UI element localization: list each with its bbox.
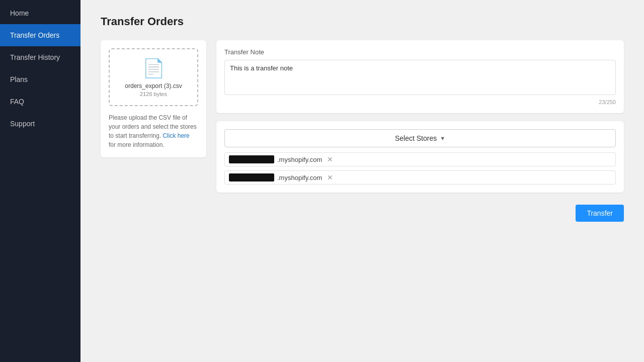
stores-card: Select Stores ▼ .myshopify.com ✕ .myshop… [216, 121, 624, 193]
sidebar-item-home-label: Home [10, 9, 29, 17]
right-panel: Transfer Note This is a transfer note 23… [216, 40, 624, 222]
store-domain: .myshopify.com [277, 156, 322, 163]
file-icon: 📄 [142, 59, 165, 77]
sidebar-item-transfer-history[interactable]: Transfer History [0, 46, 80, 68]
note-counter: 23/250 [224, 99, 616, 105]
sidebar-item-plans[interactable]: Plans [0, 68, 80, 90]
transfer-button-label: Transfer [587, 209, 613, 217]
store-name-block [229, 173, 274, 182]
file-upload-card: 📄 orders_export (3).csv 2126 bytes Pleas… [101, 40, 206, 157]
sidebar-item-transfer-orders-label: Transfer Orders [10, 31, 59, 39]
sidebar-item-support-label: Support [10, 120, 35, 128]
note-card: Transfer Note This is a transfer note 23… [216, 40, 624, 113]
file-size: 2126 bytes [140, 91, 167, 97]
sidebar-item-home[interactable]: Home [0, 2, 80, 24]
store-tag: .myshopify.com ✕ [224, 152, 616, 166]
sidebar-item-transfer-orders[interactable]: Transfer Orders [0, 24, 80, 46]
sidebar-item-plans-label: Plans [10, 75, 28, 83]
note-textarea[interactable]: This is a transfer note [224, 60, 616, 95]
sidebar-item-faq-label: FAQ [10, 98, 24, 106]
chevron-down-icon: ▼ [440, 135, 445, 141]
store-domain: .myshopify.com [277, 174, 322, 182]
transfer-button[interactable]: Transfer [576, 205, 624, 222]
main-content: Transfer Orders 📄 orders_export (3).csv … [80, 0, 644, 362]
stores-list: .myshopify.com ✕ .myshopify.com ✕ [224, 152, 616, 185]
select-stores-button[interactable]: Select Stores ▼ [224, 129, 616, 147]
sidebar-item-support[interactable]: Support [0, 113, 80, 135]
sidebar-item-transfer-history-label: Transfer History [10, 53, 60, 61]
file-name: orders_export (3).csv [125, 82, 182, 89]
sidebar-item-faq[interactable]: FAQ [0, 90, 80, 113]
cards-row: 📄 orders_export (3).csv 2126 bytes Pleas… [101, 40, 624, 222]
page-title: Transfer Orders [101, 15, 624, 28]
store-remove-button[interactable]: ✕ [327, 174, 333, 181]
store-tag: .myshopify.com ✕ [224, 170, 616, 185]
click-here-link[interactable]: Click here [163, 132, 189, 139]
store-name-block [229, 155, 274, 163]
note-label: Transfer Note [224, 48, 616, 56]
file-dropzone[interactable]: 📄 orders_export (3).csv 2126 bytes [109, 48, 198, 106]
select-stores-label: Select Stores [395, 134, 437, 142]
file-instructions: Please upload the CSV file of your order… [109, 113, 198, 149]
sidebar: Home Transfer Orders Transfer History Pl… [0, 0, 80, 362]
store-remove-button[interactable]: ✕ [327, 156, 333, 163]
transfer-button-row: Transfer [216, 205, 624, 222]
